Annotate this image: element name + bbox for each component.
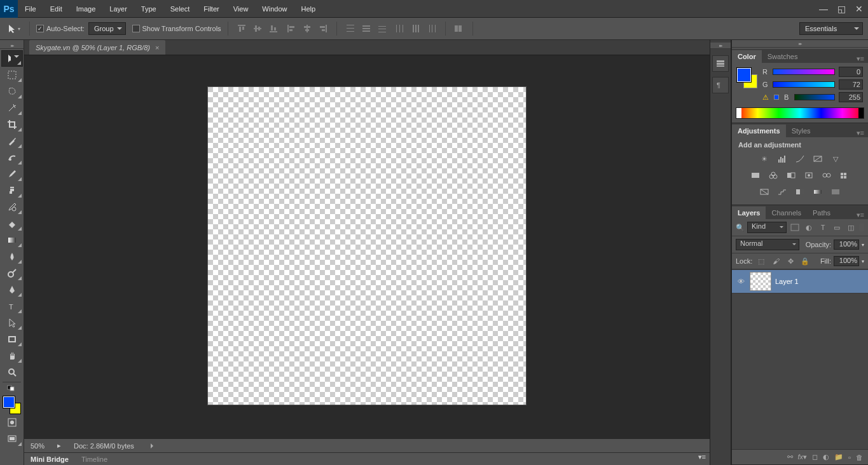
tab-mini-bridge[interactable]: Mini Bridge — [24, 453, 75, 465]
hand-tool[interactable] — [1, 347, 23, 364]
type-tool[interactable]: T — [1, 298, 23, 314]
fill-dropdown-icon[interactable]: ▾ — [862, 259, 864, 264]
filter-adjustment-icon[interactable]: ◐ — [803, 222, 815, 232]
distribute-hcenter-icon[interactable] — [409, 22, 423, 35]
hue-saturation-icon[interactable] — [748, 169, 762, 182]
marquee-tool[interactable] — [1, 67, 23, 83]
tab-adjustments[interactable]: Adjustments — [732, 125, 786, 137]
distribute-left-icon[interactable] — [393, 22, 407, 35]
canvas-viewport[interactable] — [24, 55, 710, 438]
black-white-icon[interactable] — [784, 169, 798, 182]
menu-layer[interactable]: Layer — [102, 0, 134, 18]
align-right-icon[interactable] — [316, 22, 330, 35]
eyedropper-tool[interactable] — [1, 133, 23, 149]
auto-align-icon[interactable] — [452, 22, 466, 35]
photo-filter-icon[interactable] — [802, 169, 816, 182]
blend-mode-dropdown[interactable]: Normal — [736, 239, 799, 250]
quick-mask-tool[interactable] — [1, 414, 23, 431]
align-top-icon[interactable] — [235, 22, 249, 35]
threshold-icon[interactable] — [793, 185, 807, 198]
auto-select-dropdown[interactable]: Group — [88, 22, 126, 35]
panel-menu-icon[interactable]: ▾≡ — [853, 55, 868, 63]
curves-icon[interactable] — [793, 152, 807, 165]
lock-all-icon[interactable]: 🔒 — [799, 256, 811, 266]
menu-window[interactable]: Window — [255, 0, 294, 18]
workspace-dropdown[interactable]: Essentials — [799, 22, 863, 35]
filter-toggle[interactable] — [859, 223, 864, 232]
layer-style-icon[interactable]: fx▾ — [798, 453, 808, 461]
opacity-input[interactable]: 100% — [834, 239, 859, 250]
move-tool-icon[interactable]: ▾ — [5, 22, 23, 35]
layer-name[interactable]: Layer 1 — [775, 278, 799, 285]
levels-icon[interactable] — [775, 152, 789, 165]
toolbar-expand-icon[interactable] — [0, 43, 24, 49]
screen-mode-tool[interactable] — [1, 431, 23, 447]
color-lookup-icon[interactable] — [837, 169, 851, 182]
history-brush-tool[interactable] — [1, 199, 23, 215]
tab-styles[interactable]: Styles — [786, 125, 816, 137]
move-tool[interactable] — [1, 50, 23, 67]
new-adjustment-layer-icon[interactable]: ◐ — [823, 453, 829, 461]
foreground-color-swatch[interactable] — [3, 396, 15, 408]
lasso-tool[interactable] — [1, 83, 23, 100]
close-tab-icon[interactable]: × — [155, 44, 159, 51]
tab-channels[interactable]: Channels — [766, 206, 806, 219]
healing-brush-tool[interactable] — [1, 149, 23, 166]
panels-collapse-icon[interactable] — [732, 40, 868, 48]
window-maximize-icon[interactable]: ◱ — [832, 0, 850, 18]
filter-type-icon[interactable]: T — [817, 222, 829, 232]
g-value[interactable]: 72 — [839, 79, 863, 90]
distribute-right-icon[interactable] — [425, 22, 439, 35]
distribute-bottom-icon[interactable] — [375, 22, 389, 35]
layer-mask-icon[interactable]: ◻ — [812, 453, 818, 461]
rectangle-tool[interactable] — [1, 331, 23, 347]
align-hcenter-icon[interactable] — [300, 22, 314, 35]
panel-collapse-icon[interactable] — [710, 43, 731, 49]
invert-icon[interactable] — [757, 185, 771, 198]
g-slider[interactable] — [773, 81, 835, 88]
r-value[interactable]: 0 — [839, 67, 863, 77]
new-group-icon[interactable]: 📁 — [834, 453, 843, 461]
align-vcenter-icon[interactable] — [251, 22, 265, 35]
menu-type[interactable]: Type — [134, 0, 163, 18]
menu-help[interactable]: Help — [294, 0, 322, 18]
window-close-icon[interactable]: ✕ — [850, 0, 868, 18]
opacity-dropdown-icon[interactable]: ▾ — [862, 242, 864, 248]
character-panel-icon[interactable]: ¶ — [712, 77, 729, 93]
clone-stamp-tool[interactable] — [1, 182, 23, 199]
bottom-panel-menu-icon[interactable]: ▾≡ — [694, 453, 710, 465]
filter-kind-dropdown[interactable]: Kind — [747, 222, 787, 233]
crop-tool[interactable] — [1, 116, 23, 133]
foreground-swatch-icon[interactable] — [737, 68, 751, 82]
menu-view[interactable]: View — [226, 0, 256, 18]
align-bottom-icon[interactable] — [266, 22, 280, 35]
default-colors-icon[interactable] — [1, 384, 23, 393]
zoom-level[interactable]: 50% — [31, 442, 45, 450]
tab-color[interactable]: Color — [732, 50, 762, 63]
tab-paths[interactable]: Paths — [807, 206, 836, 219]
panel-menu-icon[interactable]: ▾≡ — [853, 211, 868, 219]
new-layer-icon[interactable]: ▫ — [848, 454, 851, 461]
exposure-icon[interactable] — [811, 152, 825, 165]
dodge-tool[interactable] — [1, 265, 23, 281]
panel-menu-icon[interactable]: ▾≡ — [853, 129, 868, 137]
menu-image[interactable]: Image — [69, 0, 103, 18]
vibrance-icon[interactable]: ▽ — [829, 152, 843, 165]
menu-file[interactable]: File — [18, 0, 43, 18]
layer-thumbnail[interactable] — [750, 272, 771, 291]
fill-input[interactable]: 100% — [834, 256, 859, 266]
blur-tool[interactable] — [1, 248, 23, 265]
lock-transparency-icon[interactable]: ⬚ — [755, 256, 767, 266]
align-left-icon[interactable] — [284, 22, 298, 35]
magic-wand-tool[interactable] — [1, 100, 23, 116]
filter-smart-icon[interactable]: ◫ — [845, 222, 857, 232]
tab-timeline[interactable]: Timeline — [75, 453, 114, 465]
document-tab[interactable]: Skygate.vn @ 50% (Layer 1, RGB/8) × — [29, 40, 165, 55]
brightness-contrast-icon[interactable]: ☀ — [757, 152, 771, 165]
menu-select[interactable]: Select — [163, 0, 197, 18]
window-minimize-icon[interactable]: — — [815, 0, 832, 18]
show-transform-checkbox[interactable]: Show Transform Controls — [132, 25, 221, 32]
r-slider[interactable] — [773, 69, 835, 75]
color-panel-swatches[interactable] — [737, 68, 757, 88]
delete-layer-icon[interactable]: 🗑 — [856, 454, 863, 461]
